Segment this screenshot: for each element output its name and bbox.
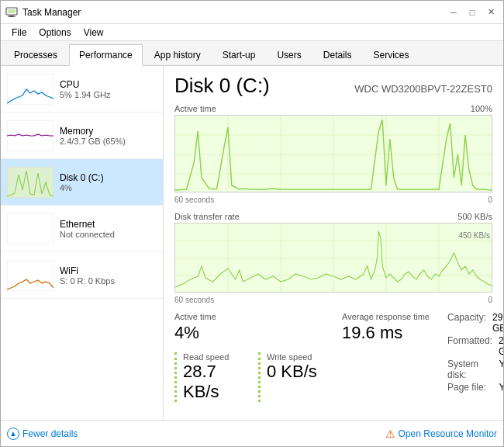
cpu-label: CPU	[60, 79, 157, 90]
tab-performance[interactable]: Performance	[69, 44, 143, 66]
tabs-bar: Processes Performance App history Start-…	[1, 41, 503, 66]
formatted-value: 298 GB	[499, 335, 503, 357]
chart1-bottom: 60 seconds 0	[174, 196, 492, 204]
task-manager-window: Task Manager ─ □ ✕ File Options View Pro…	[0, 0, 504, 447]
wifi-label: WiFi	[60, 265, 157, 276]
chart1-container	[174, 115, 492, 192]
active-time-label: Active time	[174, 312, 330, 321]
chart2-mid-right: 450 KB/s	[458, 231, 490, 240]
system-disk-row: System disk: Yes	[447, 359, 503, 380]
read-speed-value: 28.7 KB/s	[183, 362, 246, 402]
cpu-info: CPU 5% 1.94 GHz	[60, 79, 157, 99]
disk-title: Disk 0 (C:)	[174, 74, 270, 98]
svg-rect-4	[7, 74, 54, 105]
wifi-info: WiFi S: 0 R: 0 Kbps	[60, 265, 157, 286]
footer: ▲ Fewer details ⚠ Open Resource Monitor	[1, 420, 503, 446]
chart2-right-label: 500 KB/s	[457, 212, 492, 221]
tab-details[interactable]: Details	[313, 43, 362, 65]
tab-app-history[interactable]: App history	[144, 43, 211, 65]
read-speed-label: Read speed	[183, 352, 246, 362]
cpu-mini-graph	[7, 74, 54, 105]
chart1-bottom-right: 0	[488, 196, 492, 204]
chart2-container: 450 KB/s	[174, 223, 492, 293]
open-resource-monitor-button[interactable]: ⚠ Open Resource Monitor	[385, 428, 497, 440]
memory-label: Memory	[60, 126, 157, 137]
close-button[interactable]: ✕	[483, 5, 499, 20]
chart2-bottom: 60 seconds 0	[174, 296, 492, 304]
disk-model: WDC WD3200BPVT-22ZEST0	[354, 83, 492, 95]
disk-info: Disk 0 (C:) 4%	[60, 172, 157, 192]
chart1-right-label: 100%	[471, 104, 492, 113]
ethernet-mini-graph	[7, 213, 54, 244]
stats-right: Capacity: 298 GB Formatted: 298 GB Syste…	[447, 312, 503, 402]
write-speed-section: Write speed 0 KB/s	[258, 352, 330, 402]
write-speed-value: 0 KB/s	[267, 362, 330, 382]
ethernet-value: Not connected	[60, 230, 157, 239]
chart2-bottom-left: 60 seconds	[174, 296, 214, 304]
window-title: Task Manager	[22, 7, 81, 18]
chart2-bottom-right: 0	[488, 296, 492, 304]
chevron-up-icon: ▲	[7, 428, 19, 440]
menu-bar: File Options View	[1, 24, 503, 41]
menu-options[interactable]: Options	[33, 26, 77, 40]
open-monitor-label: Open Resource Monitor	[399, 428, 497, 439]
active-time-value: 4%	[174, 323, 330, 343]
chart2-left-label: Disk transfer rate	[174, 212, 240, 221]
formatted-row: Formatted: 298 GB	[447, 335, 503, 357]
disk-label: Disk 0 (C:)	[60, 172, 157, 183]
write-speed-label: Write speed	[267, 352, 330, 362]
memory-info: Memory 2.4/3.7 GB (65%)	[60, 126, 157, 146]
stats-middle: Average response time 19.6 ms	[342, 312, 435, 402]
cpu-value: 5% 1.94 GHz	[60, 90, 157, 99]
title-controls: ─ □ ✕	[446, 5, 499, 20]
svg-rect-7	[7, 213, 54, 244]
ethernet-label: Ethernet	[60, 219, 157, 230]
sidebar-item-cpu[interactable]: CPU 5% 1.94 GHz	[1, 66, 163, 113]
tab-users[interactable]: Users	[267, 43, 311, 65]
chart2-label: Disk transfer rate 500 KB/s	[174, 212, 492, 221]
chart-header: Disk 0 (C:) WDC WD3200BPVT-22ZEST0	[174, 74, 492, 98]
svg-rect-3	[8, 9, 16, 13]
capacity-row: Capacity: 298 GB	[447, 312, 503, 334]
formatted-label: Formatted:	[447, 335, 492, 357]
minimize-button[interactable]: ─	[446, 5, 461, 20]
title-bar: Task Manager ─ □ ✕	[1, 1, 503, 24]
memory-mini-graph	[7, 120, 54, 151]
disk-value: 4%	[60, 183, 157, 192]
chart1-label: Active time 100%	[174, 104, 492, 113]
fewer-details-button[interactable]: ▲ Fewer details	[7, 428, 385, 440]
fewer-details-label: Fewer details	[22, 428, 78, 439]
tab-processes[interactable]: Processes	[4, 43, 67, 65]
sidebar-item-ethernet[interactable]: Ethernet Not connected	[1, 206, 163, 252]
tab-services[interactable]: Services	[363, 43, 419, 65]
system-disk-label: System disk:	[447, 359, 492, 380]
stats-section: Active time 4% Read speed 28.7 KB/s Writ…	[174, 312, 492, 402]
sidebar-item-disk[interactable]: Disk 0 (C:) 4%	[1, 159, 163, 206]
app-icon	[5, 6, 18, 19]
menu-view[interactable]: View	[78, 26, 110, 40]
page-file-value: Yes	[499, 382, 503, 393]
wifi-mini-graph	[7, 260, 54, 291]
tab-startup[interactable]: Start-up	[212, 43, 266, 65]
system-disk-value: Yes	[499, 359, 503, 380]
wifi-value: S: 0 R: 0 Kbps	[60, 276, 157, 286]
page-file-label: Page file:	[447, 382, 486, 393]
sidebar-item-memory[interactable]: Memory 2.4/3.7 GB (65%)	[1, 113, 163, 159]
sidebar-item-wifi[interactable]: WiFi S: 0 R: 0 Kbps	[1, 252, 163, 299]
read-speed-section: Read speed 28.7 KB/s	[174, 352, 246, 402]
disk-mini-graph	[7, 167, 54, 198]
chart-area: Disk 0 (C:) WDC WD3200BPVT-22ZEST0 Activ…	[164, 66, 503, 420]
active-time-section: Active time 4%	[174, 312, 330, 343]
page-file-row: Page file: Yes	[447, 382, 503, 393]
read-write-section: Read speed 28.7 KB/s Write speed 0 KB/s	[174, 352, 330, 402]
main-content: CPU 5% 1.94 GHz Memory 2.4/3.7 GB (65%)	[1, 66, 503, 420]
chart1-left-label: Active time	[174, 104, 216, 113]
stats-left: Active time 4% Read speed 28.7 KB/s Writ…	[174, 312, 330, 402]
maximize-button[interactable]: □	[464, 5, 480, 20]
chart1-bottom-left: 60 seconds	[174, 196, 214, 204]
menu-file[interactable]: File	[5, 26, 33, 40]
title-bar-left: Task Manager	[5, 6, 81, 19]
capacity-label: Capacity:	[447, 312, 486, 334]
capacity-value: 298 GB	[492, 312, 503, 334]
sidebar: CPU 5% 1.94 GHz Memory 2.4/3.7 GB (65%)	[1, 66, 164, 420]
